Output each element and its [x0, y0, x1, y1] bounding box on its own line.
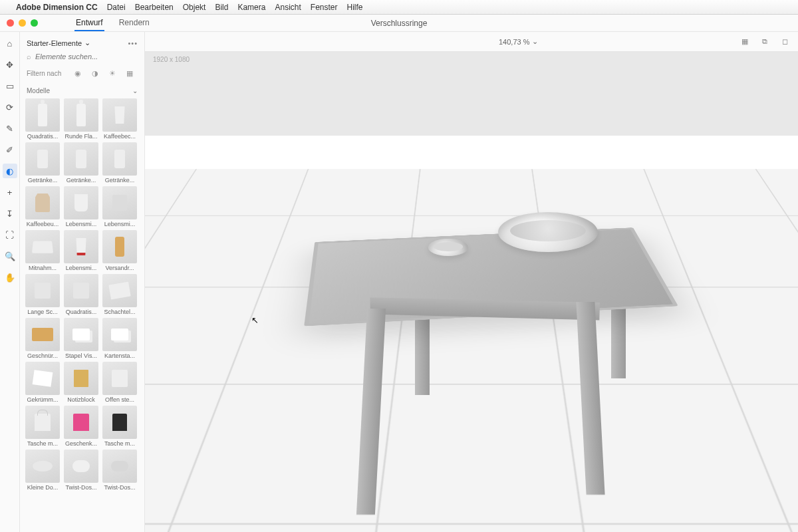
asset-item[interactable]: Getränke... — [64, 142, 98, 184]
asset-thumb — [102, 186, 137, 219]
asset-item[interactable]: Gekrümm... — [25, 362, 60, 403]
asset-label: Kaffeebec... — [102, 133, 137, 140]
asset-item[interactable]: Tasche m... — [102, 406, 137, 447]
tool-bucket[interactable]: ◐ — [3, 164, 17, 178]
asset-item[interactable]: Runde Fla... — [64, 98, 98, 140]
view-split-icon[interactable]: ⧉ — [759, 37, 770, 47]
bowl-large[interactable] — [498, 212, 598, 252]
asset-item[interactable]: Twist-Dos... — [64, 450, 98, 491]
viewport[interactable]: 1920 x 1080 ↖ — [145, 52, 798, 532]
chevron-down-icon: ⌄ — [84, 39, 90, 47]
view-grid-icon[interactable]: ▦ — [739, 37, 750, 47]
asset-thumb — [64, 230, 98, 263]
asset-thumb — [25, 186, 60, 219]
menu-ansicht[interactable]: Ansicht — [275, 3, 301, 12]
menu-hilfe[interactable]: Hilfe — [347, 3, 363, 12]
tool-wand[interactable]: ✎ — [3, 121, 17, 136]
section-header[interactable]: Modelle ⌄ — [20, 84, 144, 98]
asset-item[interactable]: Quadratis... — [64, 274, 98, 315]
canvas-area: 140,73 % ⌄ ▦ ⧉ ◻ 1920 x 1080 ↖ — [145, 32, 798, 532]
asset-item[interactable]: Lange Sc... — [25, 274, 60, 315]
asset-item[interactable]: Kaffeebec... — [102, 98, 137, 140]
tab-entwurf[interactable]: Entwurf — [74, 15, 104, 31]
tool-add[interactable]: + — [3, 185, 17, 200]
menu-kamera[interactable]: Kamera — [237, 3, 265, 12]
asset-item[interactable]: Lebensmi... — [102, 186, 137, 227]
menu-objekt[interactable]: Objekt — [183, 3, 206, 12]
asset-item[interactable]: Versandr... — [102, 230, 137, 271]
asset-item[interactable]: Kaffeebeu... — [25, 186, 60, 227]
window-maximize[interactable] — [31, 19, 38, 27]
asset-label: Twist-Dos... — [102, 484, 137, 491]
filter-lights-icon[interactable]: ☀ — [108, 68, 117, 78]
app-name[interactable]: Adobe Dimension CC — [16, 3, 98, 12]
asset-thumb — [102, 362, 137, 395]
tool-hand[interactable]: ✋ — [3, 270, 17, 285]
asset-thumb — [25, 274, 60, 307]
panel-more-button[interactable]: ••• — [128, 39, 138, 47]
menu-fenster[interactable]: Fenster — [311, 3, 338, 12]
menu-bearbeiten[interactable]: Bearbeiten — [135, 3, 174, 12]
asset-item[interactable]: Twist-Dos... — [102, 450, 137, 491]
asset-grid[interactable]: Quadratis...Runde Fla...Kaffeebec...Getr… — [20, 98, 144, 532]
asset-item[interactable]: Kleine Do... — [25, 450, 60, 491]
filter-materials-icon[interactable]: ◑ — [90, 68, 100, 78]
canvas-resolution: 1920 x 1080 — [153, 56, 190, 63]
panel-title: Starter-Elemente — [27, 39, 82, 47]
asset-thumb — [25, 406, 60, 439]
asset-thumb — [64, 142, 98, 176]
table-model[interactable] — [285, 146, 658, 465]
bowl-small[interactable] — [428, 239, 468, 256]
zoom-dropdown[interactable]: 140,73 % ⌄ — [499, 37, 538, 46]
menu-datei[interactable]: Datei — [107, 3, 126, 12]
asset-item[interactable]: Geschnür... — [25, 318, 60, 359]
scene — [145, 52, 798, 532]
asset-item[interactable]: Lebensmi... — [64, 230, 98, 271]
window-minimize[interactable] — [19, 19, 26, 27]
tool-select-rect[interactable]: ▭ — [3, 78, 17, 93]
asset-item[interactable]: Schachtel... — [102, 274, 137, 315]
filter-label: Filtern nach — [27, 70, 61, 77]
asset-item[interactable]: Geschenk... — [64, 406, 98, 447]
filter-row: Filtern nach ◉ ◑ ☀ ▦ — [20, 66, 144, 84]
asset-thumb — [102, 274, 137, 307]
tool-orbit[interactable]: ⟳ — [3, 100, 17, 114]
asset-thumb — [25, 142, 60, 176]
asset-item[interactable]: Offen ste... — [102, 362, 137, 403]
tool-align-floor[interactable]: ↧ — [3, 206, 17, 221]
asset-item[interactable]: Notizblock — [64, 362, 98, 403]
asset-item[interactable]: Getränke... — [25, 142, 60, 184]
asset-thumb — [64, 318, 98, 351]
asset-item[interactable]: Kartensta... — [102, 318, 137, 359]
filter-models-icon[interactable]: ◉ — [73, 68, 82, 78]
search-icon: ⌕ — [27, 53, 31, 61]
asset-item[interactable]: Tasche m... — [25, 406, 60, 447]
tab-rendern[interactable]: Rendern — [118, 15, 151, 31]
tool-move[interactable]: ✥ — [3, 57, 17, 72]
asset-panel: Starter-Elemente ⌄ ••• ⌕ Filtern nach ◉ … — [20, 32, 145, 532]
asset-label: Kartensta... — [102, 352, 137, 359]
view-render-icon[interactable]: ◻ — [779, 37, 790, 47]
tool-zoom[interactable]: 🔍 — [3, 249, 17, 263]
tool-perspective[interactable]: ⛶ — [3, 227, 17, 242]
asset-thumb — [102, 450, 137, 483]
asset-thumb — [25, 318, 60, 351]
window-close[interactable] — [7, 19, 14, 27]
search-input[interactable] — [35, 53, 138, 61]
asset-item[interactable]: Quadratis... — [25, 98, 60, 140]
asset-thumb — [102, 406, 137, 439]
panel-title-dropdown[interactable]: Starter-Elemente ⌄ — [27, 39, 90, 47]
document-title: Verschlussringe — [371, 19, 428, 28]
asset-item[interactable]: Mitnahm... — [25, 230, 60, 271]
asset-label: Tasche m... — [102, 440, 137, 447]
filter-images-icon[interactable]: ▦ — [125, 68, 134, 78]
menu-bild[interactable]: Bild — [215, 3, 228, 12]
asset-item[interactable]: Getränke... — [102, 142, 137, 184]
asset-item[interactable]: Stapel Vis... — [64, 318, 98, 359]
asset-thumb — [64, 186, 98, 219]
tool-eyedropper[interactable]: ✐ — [3, 142, 17, 157]
asset-thumb — [64, 274, 98, 307]
tool-rail: ⌂✥▭⟳✎✐◐+↧⛶🔍✋ — [0, 32, 20, 532]
tool-home[interactable]: ⌂ — [3, 36, 17, 51]
asset-item[interactable]: Lebensmi... — [64, 186, 98, 227]
